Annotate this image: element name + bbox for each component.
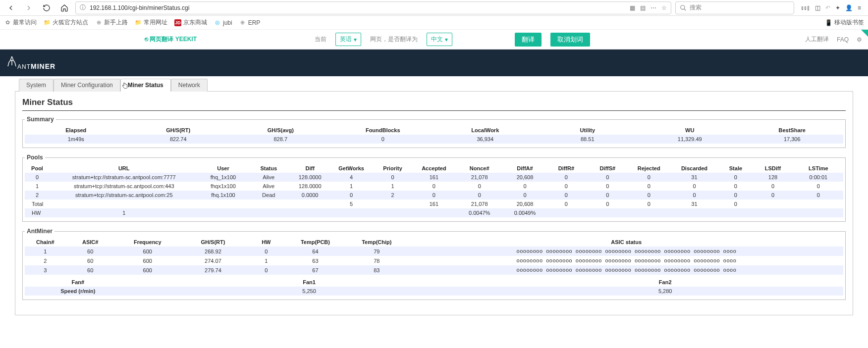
forward-button[interactable] (22, 1, 36, 15)
reader-icon[interactable]: ▤ (640, 4, 646, 11)
td: 0 (587, 182, 628, 191)
td: oooooooo oooooooo oooooooo oooooooo oooo… (409, 256, 843, 265)
human-translate-link[interactable]: 人工翻译 (805, 35, 829, 44)
tab-miner-status[interactable]: Miner Status (120, 79, 171, 92)
current-label: 当前 (315, 35, 326, 44)
th: BestShare (741, 126, 844, 135)
td: stratum+tcp://stratum-sc.antpool.com:25 (50, 191, 198, 199)
th: ASIC# (66, 238, 115, 247)
td: 0 (628, 182, 669, 191)
td: 36,934 (434, 135, 537, 144)
qr-icon[interactable]: ▦ (630, 4, 635, 11)
th: Fan1 (131, 278, 488, 287)
td: 128.0000 (289, 173, 330, 182)
th: Fan# (25, 278, 131, 287)
mobile-bookmarks[interactable]: 📱移动版书签 (825, 18, 864, 27)
more-icon[interactable]: ⋯ (651, 4, 656, 11)
bookmark-star-icon[interactable]: ☆ (661, 4, 667, 11)
td: 0 (504, 191, 545, 199)
td: Alive (248, 173, 289, 182)
th: Discarded (669, 164, 719, 173)
library-icon[interactable]: ⫾⫾⫿ (801, 4, 810, 11)
addon-icon[interactable]: ✦ (835, 4, 840, 11)
globe-icon: ⊕ (239, 19, 246, 26)
td: 1 (25, 182, 50, 191)
td: 0 (628, 199, 669, 208)
td: 0 (545, 199, 587, 208)
td: 0 (545, 191, 587, 199)
td: 822.74 (127, 135, 230, 144)
bookmarks-bar: ✿最常访问 📁火狐官方站点 ⊕新手上路 📁常用网址 JD京东商城 ◎jubi ⊕… (0, 16, 868, 30)
th: Elapsed (25, 126, 127, 135)
star-icon: ✿ (4, 19, 11, 26)
td: 31 (669, 199, 719, 208)
bookmark-newuser[interactable]: ⊕新手上路 (95, 18, 128, 27)
td: 60 (66, 256, 115, 265)
td: 161 (413, 199, 454, 208)
app-header: ANTMINER (0, 50, 868, 76)
td: 274.07 (180, 256, 246, 265)
th: WU (639, 126, 741, 135)
td: 0 (246, 247, 287, 256)
td: 17,306 (741, 135, 844, 144)
td: 1m49s (25, 135, 127, 144)
faq-link[interactable]: FAQ (837, 36, 849, 43)
td: 0 (545, 182, 587, 191)
td: 4 (330, 173, 372, 182)
lang-to-select[interactable]: 中文▾ (427, 33, 452, 46)
th: Temp(Chip) (344, 238, 409, 247)
td: stratum+tcp://stratum-sc.antpool.com:777… (50, 173, 198, 182)
page-title: Miner Status (22, 97, 846, 111)
table-row-hw: HW10.0047%0.0049% (25, 208, 843, 217)
td: oooooooo oooooooo oooooooo oooooooo oooo… (409, 247, 843, 256)
reload-button[interactable] (40, 1, 54, 15)
search-icon (680, 4, 687, 11)
undo-icon[interactable]: ↶ (825, 4, 830, 11)
td: 268.92 (180, 247, 246, 256)
jd-icon: JD (174, 19, 181, 26)
home-button[interactable] (57, 1, 71, 15)
td: 0 (587, 173, 628, 182)
tab-network[interactable]: Network (171, 79, 208, 92)
translate-question: 网页，是否翻译为 (370, 35, 418, 44)
th: Status (248, 164, 289, 173)
cancel-translate-button[interactable]: 取消划词 (550, 33, 590, 47)
table-row: 260600274.0716378oooooooo oooooooo ooooo… (25, 256, 843, 265)
bm-label: 新手上路 (104, 18, 128, 27)
bookmark-most-visited[interactable]: ✿最常访问 (4, 18, 37, 27)
bookmark-jubi[interactable]: ◎jubi (214, 19, 232, 26)
td: 20,608 (504, 199, 545, 208)
bookmark-common[interactable]: 📁常用网址 (135, 18, 167, 27)
svg-line-1 (684, 8, 686, 10)
bookmark-jd[interactable]: JD京东商城 (174, 18, 207, 27)
back-button[interactable] (4, 1, 18, 15)
table-row: 160600268.9206479oooooooo oooooooo ooooo… (25, 247, 843, 256)
bm-label: 常用网址 (144, 18, 167, 27)
jubi-icon: ◎ (214, 19, 221, 26)
td: 0 (545, 173, 587, 182)
search-box[interactable]: 搜索 (675, 1, 794, 14)
bm-label: 移动版书签 (834, 18, 864, 27)
td: 1 (246, 256, 287, 265)
info-icon: ⓘ (80, 3, 86, 12)
td: 21,078 (455, 173, 504, 182)
td: 2 (372, 191, 413, 199)
address-bar[interactable]: ⓘ 192.168.1.100/cgi-bin/minerStatus.cgi … (75, 1, 671, 14)
profile-icon[interactable]: 👤 (845, 4, 853, 11)
menu-icon[interactable]: ≡ (858, 4, 861, 11)
sidebar-icon[interactable]: ◫ (815, 4, 820, 11)
ant-icon (7, 55, 17, 69)
lang-from-select[interactable]: 英语▾ (335, 33, 361, 46)
td: 1 (372, 182, 413, 191)
td: 31 (669, 173, 719, 182)
pools-legend: Pools (25, 154, 45, 161)
translate-button[interactable]: 翻译 (515, 33, 542, 47)
td: Speed (r/min) (25, 287, 131, 296)
tab-miner-configuration[interactable]: Miner Configuration (54, 79, 120, 92)
tab-system[interactable]: System (19, 79, 54, 92)
bookmark-firefox[interactable]: 📁火狐官方站点 (44, 18, 88, 27)
bookmark-erp[interactable]: ⊕ERP (239, 19, 261, 26)
gear-icon[interactable]: ⚙ (857, 36, 862, 43)
th: Pool (25, 164, 50, 173)
td: 1 (25, 247, 66, 256)
